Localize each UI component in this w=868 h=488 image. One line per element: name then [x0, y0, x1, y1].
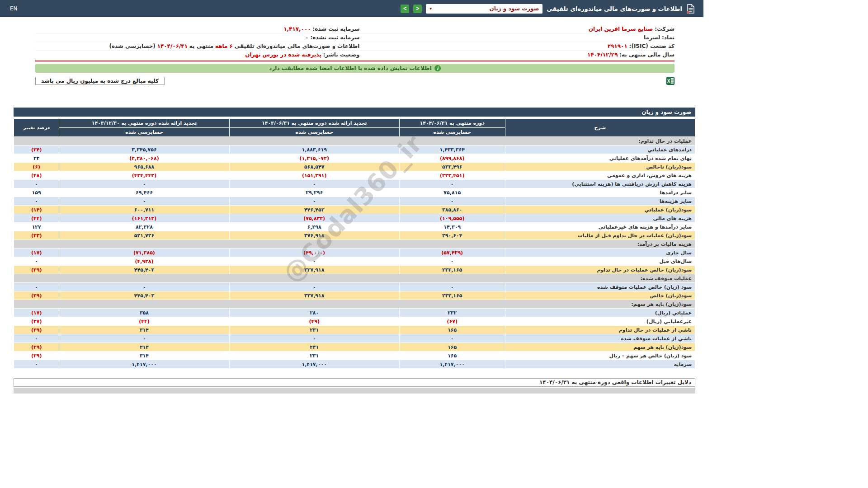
section-label: هزینه مالیات بر درآمد:	[14, 240, 695, 249]
issuer-status-value: پذیرفته شده در بورس تهران	[245, 52, 321, 58]
value-pct-change: ۰	[14, 180, 59, 188]
value-restated-halfyear: ۰	[229, 180, 399, 188]
value-restated-fullyear: (۴,۹۳۸)	[59, 257, 229, 266]
table-row: هزینه کاهش ارزش دریافتني ها (هزینه استثن…	[14, 180, 695, 188]
row-label: سایر درآمدها و هزینه های غیرعملیاتی	[505, 223, 695, 231]
value-pct-change: (۲۹)	[14, 352, 59, 360]
value-current-period: ۱۶۵	[399, 326, 505, 334]
section-label: عملیات متوقف شده:	[14, 274, 695, 283]
value-restated-halfyear: ۲۸۰	[229, 309, 399, 317]
nav-right-group: اطلاعات و صورت‌های مالی میاندوره‌ای تلفی…	[401, 4, 695, 14]
row-label: بهای تمام شده درآمدهای عملیاتي	[505, 154, 695, 163]
table-row: سود (زیان) خالص عملیات متوقف شده۰۰۰۰	[14, 283, 695, 291]
value-pct-change: (۳۷)	[14, 317, 59, 326]
report-period-field: اطلاعات و صورت‌های مالی میاندوره‌ای تلفی…	[35, 43, 359, 49]
value-pct-change: (۲۳)	[14, 231, 59, 240]
value-restated-halfyear: ۰	[229, 334, 399, 343]
symbol-value: لسرما	[644, 34, 660, 41]
audited-label: حسابرسی شده	[229, 128, 399, 137]
excel-export-icon: X	[666, 77, 675, 85]
value-pct-change: ۰	[14, 197, 59, 206]
profit-loss-section: صورت سود و زیان شرح دوره منتهی به ۱۴۰۴/۰…	[14, 108, 695, 369]
value-restated-halfyear: ۲۳۱	[229, 352, 399, 360]
value-restated-fullyear: ۰	[59, 334, 229, 343]
company-info-row: سال مالی منتهی به: ۱۴۰۴/۱۲/۲۹ وضعیت ناشر…	[35, 51, 675, 59]
value-restated-halfyear: ۲۹,۲۹۶	[229, 188, 399, 197]
value-restated-halfyear: ۱,۴۱۷,۰۰۰	[229, 360, 399, 369]
chevron-down-icon	[429, 6, 432, 11]
value-current-period: ۲۳۳,۱۶۵	[399, 291, 505, 300]
row-label: غیرعملیاتي (ریال)	[505, 317, 695, 326]
value-restated-fullyear: ۹۶۵,۶۸۸	[59, 163, 229, 171]
value-current-period: ۱۶۵	[399, 343, 505, 352]
value-restated-fullyear: (۴۳۴,۴۴۳)	[59, 171, 229, 180]
table-row: سود(زیان) ناخالص۵۳۳,۴۹۶۵۶۸,۵۴۷۹۶۵,۶۸۸(۶)	[14, 163, 695, 171]
value-restated-halfyear: (۱۵۱,۳۹۱)	[229, 171, 399, 180]
section-label: عملیات در حال تداوم:	[14, 137, 695, 145]
value-current-period: (۵۷,۴۳۹)	[399, 249, 505, 257]
value-restated-fullyear: ۰	[59, 283, 229, 291]
issuer-status-field: وضعیت ناشر: پذیرفته شده در بورس تهران	[35, 52, 359, 58]
row-label: هزینه های فروش، اداری و عمومی	[505, 171, 695, 180]
section-row: هزینه مالیات بر درآمد:	[14, 240, 695, 249]
value-restated-fullyear: ۵۲۱,۷۲۶	[59, 231, 229, 240]
company-name-value: صنایع سرما آفرین ایران	[589, 26, 653, 32]
value-restated-halfyear: ۲۳۱	[229, 326, 399, 334]
language-toggle[interactable]: EN	[10, 5, 18, 12]
registered-capital-label: سرمایه ثبت شده:	[312, 26, 359, 32]
value-restated-halfyear: (۷۵,۸۳۲)	[229, 214, 399, 223]
value-restated-halfyear: ۴۴۶,۴۵۲	[229, 206, 399, 214]
col-header-restated-fullyear: تجدید ارائه شده دوره منتهی به ۱۴۰۳/۱۲/۳۰	[59, 119, 229, 128]
row-label: سود(زیان) عملیات در حال تداوم قبل از مال…	[505, 231, 695, 240]
page-title: اطلاعات و صورت‌های مالی میاندوره‌ای تلفی…	[547, 5, 682, 12]
selected-statement: صورت سود و زیان	[490, 5, 539, 12]
value-pct-change: ۰	[14, 257, 59, 266]
value-restated-halfyear: ۶,۲۹۸	[229, 223, 399, 231]
pl-table-body: عملیات در حال تداوم:درآمدهای عملیاتي۱,۴۳…	[14, 137, 695, 369]
value-pct-change: ۰	[14, 334, 59, 343]
value-restated-fullyear: ۴۴۵,۴۰۳	[59, 291, 229, 300]
row-label: سود(زیان) عملیاتي	[505, 206, 695, 214]
row-label: سود(زیان) ناخالص	[505, 163, 695, 171]
company-name-label: شرکت:	[655, 26, 675, 32]
info-icon	[434, 65, 441, 71]
next-statement-button[interactable]: >	[413, 5, 422, 13]
value-restated-halfyear: ۳۷۶,۹۱۸	[229, 231, 399, 240]
value-restated-fullyear: ۴۴۵,۴۰۳	[59, 266, 229, 274]
value-pct-change: (۲۴)	[14, 145, 59, 154]
prev-statement-button[interactable]: <	[401, 5, 409, 13]
fiscal-year-label: سال مالی منتهی به:	[619, 52, 675, 58]
statement-dropdown[interactable]: صورت سود و زیان	[426, 4, 542, 14]
table-row: ناشي از عملیات در حال تداوم۱۶۵۲۳۱۳۱۴(۲۹)	[14, 326, 695, 334]
codal-statement-page: اطلاعات و صورت‌های مالی میاندوره‌ای تلفی…	[0, 0, 703, 394]
value-restated-fullyear: ۰	[59, 197, 229, 206]
report-period-value: ۶ ماهه	[215, 43, 233, 49]
isic-label: کد صنعت (ISIC):	[629, 43, 675, 49]
col-header-description: شرح	[505, 119, 695, 137]
value-restated-fullyear: ۶۰۰,۷۱۱	[59, 206, 229, 214]
value-current-period: ۲۳۳,۱۶۵	[399, 266, 505, 274]
row-label: سود (زیان) خالص عملیات متوقف شده	[505, 283, 695, 291]
section-label: سود(زیان) پایه هر سهم:	[14, 300, 695, 309]
row-label: سود(زیان) خالص عملیات در حال تداوم	[505, 266, 695, 274]
excel-export-button[interactable]: X	[666, 77, 675, 85]
reasons-section: دلایل تغییرات اطلاعات واقعی دوره منتهی ب…	[14, 378, 695, 394]
company-info-row: کد صنعت (ISIC): ۲۹۱۹۰۱ اطلاعات و صورت‌ها…	[35, 42, 675, 51]
section-row: سود(زیان) پایه هر سهم:	[14, 300, 695, 309]
profit-loss-table: شرح دوره منتهی به ۱۴۰۴/۰۶/۳۱ تجدید ارائه…	[14, 118, 695, 369]
header-row-periods: شرح دوره منتهی به ۱۴۰۴/۰۶/۳۱ تجدید ارائه…	[14, 119, 695, 128]
value-restated-fullyear: ۶۹,۴۶۶	[59, 188, 229, 197]
value-current-period: ۳۸۵,۸۶۰	[399, 206, 505, 214]
isic-field: کد صنعت (ISIC): ۲۹۱۹۰۱	[359, 43, 675, 49]
row-label: عملیاتي (ریال)	[505, 309, 695, 317]
table-row: هزینه های فروش، اداری و عمومی(۲۲۳,۴۵۱)(۱…	[14, 171, 695, 180]
value-pct-change: ۰	[14, 360, 59, 369]
svg-text:X: X	[667, 79, 670, 84]
fiscal-year-value: ۱۴۰۴/۱۲/۲۹	[587, 52, 618, 58]
value-restated-fullyear: ۱,۴۱۷,۰۰۰	[59, 360, 229, 369]
table-row: سایر درآمدها۷۵,۸۱۵۲۹,۲۹۶۶۹,۴۶۶۱۵۹	[14, 188, 695, 197]
value-pct-change: ۳۲	[14, 154, 59, 163]
value-restated-halfyear: ۲۳۱	[229, 343, 399, 352]
row-label: ناشي از عملیات در حال تداوم	[505, 326, 695, 334]
value-restated-halfyear: (۴۹,۰۰۰)	[229, 249, 399, 257]
